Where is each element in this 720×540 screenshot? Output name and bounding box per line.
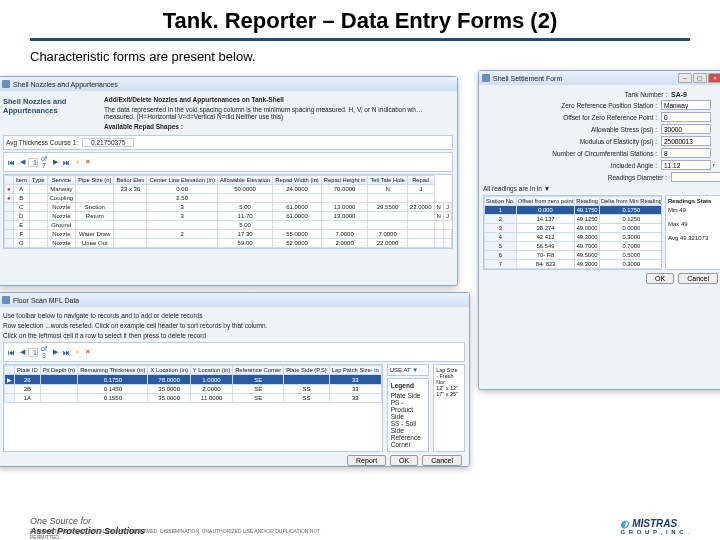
field-input[interactable]	[661, 100, 711, 110]
min-value: 49	[679, 207, 686, 213]
column-header[interactable]: Plate ID	[15, 366, 41, 375]
helper2: Row selection ...words reseted. Click on…	[3, 322, 465, 329]
prev-icon[interactable]: ◀	[17, 158, 27, 166]
helper1: Use toolbar below to navigate to records…	[3, 312, 465, 319]
titlebar[interactable]: Shell Settlement Form – ▢ ×	[479, 71, 720, 85]
subtitle: Characteristic forms are present below.	[0, 47, 720, 70]
table-row[interactable]: 556.54949.70000.7000	[485, 242, 663, 251]
helper3: Click on the leftmost cell if a row to s…	[3, 332, 465, 339]
column-header[interactable]: Pipe Size (n)	[76, 176, 114, 185]
column-header[interactable]	[5, 366, 15, 375]
column-header[interactable]: Item	[13, 176, 29, 185]
window-title: Shell Nozzles and Appurtenances	[13, 81, 118, 88]
report-button[interactable]: Report	[347, 455, 386, 466]
table-row[interactable]: FNozzleWater Draw217.3055.00007.00007.00…	[5, 230, 452, 239]
diameter-input[interactable]	[671, 172, 720, 182]
column-header[interactable]: X Location (in)	[148, 366, 190, 375]
table-row[interactable]: GNozzleUnee Out59.0052.00002.000022.0000	[5, 239, 452, 248]
table-row[interactable]: 2B0.145035.00002.0000SESS33	[5, 385, 382, 394]
maximize-button[interactable]: ▢	[693, 73, 707, 83]
field-label: Included Angle :	[483, 162, 661, 169]
delete-icon[interactable]: ✕	[83, 158, 93, 166]
field-input[interactable]	[661, 160, 711, 170]
field-input[interactable]	[661, 136, 711, 146]
next-icon[interactable]: ▶	[50, 348, 60, 356]
table-row[interactable]: EGround5.00	[5, 221, 452, 230]
delete-icon[interactable]: ✕	[83, 348, 93, 356]
field-input[interactable]	[661, 148, 711, 158]
field-label: Allowable Stress (psi) :	[483, 126, 661, 133]
table-row[interactable]: 214.13749.12500.1250	[485, 215, 663, 224]
table-row[interactable]: 442.41249.30000.3000	[485, 233, 663, 242]
current-record[interactable]: 1	[28, 158, 38, 167]
field-input[interactable]	[661, 124, 711, 134]
close-button[interactable]: ×	[708, 73, 720, 83]
readings-unit-label[interactable]: All readings are in in ▼	[483, 185, 720, 192]
column-header[interactable]: Delta from Min Reading	[599, 197, 662, 206]
app-icon	[2, 80, 10, 88]
ok-button[interactable]: OK	[390, 455, 418, 466]
column-header[interactable]: Reading	[575, 197, 600, 206]
first-icon[interactable]: ⏮	[6, 349, 16, 356]
column-header[interactable]: Station No.	[485, 197, 517, 206]
table-row[interactable]: ▶260.175078.00001.0000SE33	[5, 375, 382, 385]
avg-thickness-value: 0.21750375	[82, 138, 134, 147]
column-header[interactable]: Center Line Elevation (in)	[147, 176, 217, 185]
column-header[interactable]: Type	[29, 176, 47, 185]
column-header[interactable]: Pit Depth (n)	[40, 366, 78, 375]
title-rule	[30, 38, 690, 41]
stats-title: Readings Stats	[668, 198, 718, 204]
floor-scan-window: Floor Scan MFL Data Use toolbar below to…	[0, 292, 470, 467]
table-row[interactable]: CNozzleSuction35.0061.000013.000029.5500…	[5, 203, 452, 212]
column-header[interactable]: Reference Corner	[233, 366, 284, 375]
table-row[interactable]: ●AManway23 x 360.0050.000024.000070.0000…	[5, 185, 452, 194]
first-icon[interactable]: ⏮	[6, 159, 16, 166]
column-header[interactable]: Plate Side (P,S)	[284, 366, 330, 375]
column-header[interactable]: Beltor Elev	[114, 176, 147, 185]
record-nav[interactable]: ⏮◀ 1 of 3 ▶⏭ ＋ ✕	[6, 345, 93, 359]
column-header[interactable]: Tell Tale Hole	[368, 176, 407, 185]
table-row[interactable]: 670- R849.50000.5000	[485, 251, 663, 260]
column-header[interactable]: Repad Width (in)	[273, 176, 322, 185]
add-icon[interactable]: ＋	[72, 157, 82, 167]
table-row[interactable]: 784- 82349.30000.3000	[485, 260, 663, 269]
last-icon[interactable]: ⏭	[61, 159, 71, 166]
max-value: 49	[681, 221, 688, 227]
column-header[interactable]: Allowable Elevation	[217, 176, 272, 185]
titlebar[interactable]: Shell Nozzles and Appurtenances	[0, 77, 457, 91]
column-header[interactable]: Service	[47, 176, 76, 185]
column-header[interactable]: Y Location (in)	[190, 366, 232, 375]
field-input[interactable]	[661, 112, 711, 122]
shell-settlement-window: Shell Settlement Form – ▢ × Tank Number …	[478, 70, 720, 390]
cancel-button[interactable]: Cancel	[422, 455, 462, 466]
next-icon[interactable]: ▶	[50, 158, 60, 166]
section-title: Shell Nozzles and Appurtenances	[3, 97, 98, 115]
app-icon	[2, 296, 10, 304]
prev-icon[interactable]: ◀	[17, 348, 27, 356]
avg-thickness-label: Avg Thickness Course 1:	[6, 139, 78, 146]
avg-label: Avg	[668, 235, 678, 241]
titlebar[interactable]: Floor Scan MFL Data	[0, 293, 469, 307]
column-header[interactable]: Repad Height in	[321, 176, 368, 185]
field-label: Number of Circumferential Stations :	[483, 150, 661, 157]
cancel-button[interactable]: Cancel	[678, 273, 718, 284]
lap-item: - Fresh Nor	[436, 373, 462, 385]
record-nav[interactable]: ⏮◀ 1 of 7 ▶⏭ ＋ ✕	[6, 155, 93, 169]
last-icon[interactable]: ⏭	[61, 349, 71, 356]
minimize-button[interactable]: –	[678, 73, 692, 83]
table-row[interactable]: 1A0.155035.000011.0000SESS33	[5, 394, 382, 403]
column-header[interactable]: Repad	[407, 176, 434, 185]
column-header[interactable]: Lap Patch Size- in	[329, 366, 381, 375]
current-record[interactable]: 1	[28, 348, 38, 357]
column-header[interactable]	[5, 176, 14, 185]
column-header[interactable]: Remaining Thickness (in)	[78, 366, 148, 375]
add-icon[interactable]: ＋	[72, 347, 82, 357]
min-label: Min	[668, 207, 678, 213]
table-row[interactable]: ●BCoupling2.50	[5, 194, 452, 203]
table-row[interactable]: DNozzleReturn311.7061.000013.0000NJ	[5, 212, 452, 221]
table-row[interactable]: 10.00049.17500.1750	[485, 206, 663, 215]
column-header[interactable]: Offset from zero point	[516, 197, 575, 206]
table-row[interactable]: 328.27449.00000.0000	[485, 224, 663, 233]
ok-button[interactable]: OK	[646, 273, 674, 284]
legend-item: PS - Product Side	[391, 399, 425, 420]
